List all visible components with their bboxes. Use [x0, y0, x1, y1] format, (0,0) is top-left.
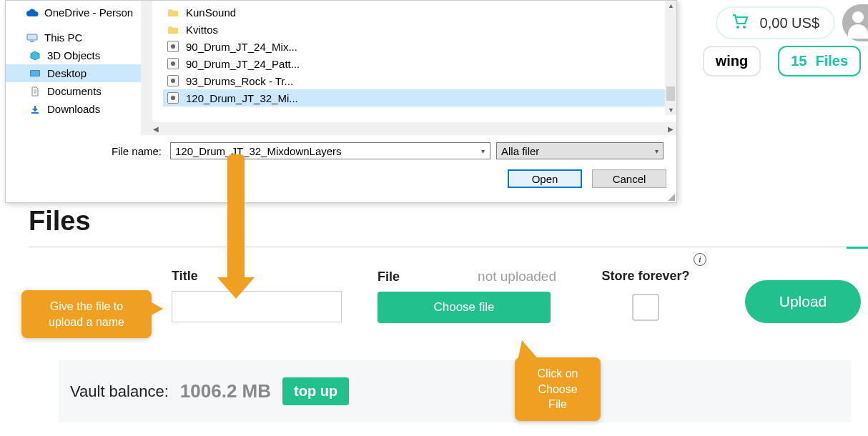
annotation-click-choose: Click on Choose File — [515, 357, 601, 421]
info-icon[interactable]: i — [694, 253, 706, 266]
document-icon — [29, 86, 41, 96]
file-name: 90_Drum_JT_24_Patt... — [186, 58, 300, 70]
tab-files[interactable]: 15 Files — [778, 46, 861, 76]
nav-desktop[interactable]: Desktop — [6, 64, 149, 82]
nav-label: Downloads — [47, 103, 100, 115]
file-row-folder[interactable]: Kvittos — [163, 21, 676, 38]
cube-icon — [29, 51, 41, 61]
files-label: Files — [815, 53, 848, 69]
vault-balance-box: Vault balance: 1006.2 MB top up — [59, 360, 851, 422]
filename-input[interactable] — [171, 145, 475, 157]
divider-accent — [847, 247, 868, 249]
file-label: File — [378, 269, 400, 284]
annotation-text: Click on — [538, 367, 578, 380]
filetype-value: Alla filer — [501, 145, 539, 157]
file-list-pane: KunSound Kvittos 90_Drum_JT_24_Mix... 90… — [150, 1, 676, 135]
annotation-text: Choose File — [538, 383, 577, 411]
folder-icon — [166, 23, 180, 36]
page-title: Files — [29, 206, 861, 237]
tab-partial-label: wing — [716, 53, 749, 69]
monitor-icon — [26, 33, 39, 43]
audio-file-icon — [166, 40, 180, 53]
cart-icon — [731, 14, 749, 32]
annotation-text: upload a name — [49, 316, 124, 328]
file-list-vscrollbar[interactable]: ▲ ▼ — [665, 1, 676, 115]
nav-3d-objects[interactable]: 3D Objects — [6, 46, 149, 64]
upload-status: not uploaded — [478, 269, 556, 284]
cart-total: 0,00 US$ — [760, 15, 819, 31]
scroll-right-icon: ▶ — [668, 125, 674, 133]
nav-downloads[interactable]: Downloads — [6, 100, 149, 118]
filename-label: File name: — [14, 145, 164, 157]
filetype-select[interactable]: Alla filer ▾ — [496, 142, 664, 159]
divider — [29, 247, 861, 247]
nav-label: This PC — [44, 31, 82, 44]
files-count: 15 — [791, 53, 807, 69]
file-row-folder[interactable]: KunSound — [163, 4, 676, 21]
nav-label: 3D Objects — [47, 49, 100, 61]
resize-grip[interactable] — [666, 192, 675, 201]
navigation-pane: OneDrive - Person This PC 3D Objects Des… — [6, 1, 150, 135]
file-row-audio[interactable]: 90_Drum_JT_24_Patt... — [163, 55, 676, 72]
choose-file-button[interactable]: Choose file — [378, 292, 551, 323]
vault-balance-value: 1006.2 MB — [180, 380, 271, 402]
file-list-hscrollbar[interactable]: ◀ ▶ — [150, 122, 676, 135]
audio-file-icon — [166, 57, 180, 70]
nav-label: Desktop — [47, 67, 87, 79]
annotation-give-name: Give the file to upload a name — [21, 290, 152, 338]
topup-button[interactable]: top up — [282, 377, 349, 405]
cart-pill[interactable]: 0,00 US$ — [716, 6, 835, 39]
store-forever-checkbox[interactable] — [632, 294, 659, 321]
file-row-audio[interactable]: 93_Drums_Rock - Tr... — [163, 72, 676, 89]
chevron-down-icon: ▾ — [655, 147, 659, 155]
audio-file-icon — [166, 91, 180, 104]
nav-documents[interactable]: Documents — [6, 82, 149, 100]
svg-point-0 — [736, 26, 739, 29]
store-forever-label: Store forever? — [601, 269, 689, 284]
open-button[interactable]: Open — [508, 169, 582, 188]
file-name: 90_Drum_JT_24_Mix... — [186, 41, 297, 53]
folder-icon — [166, 6, 180, 19]
scroll-left-icon: ◀ — [153, 125, 159, 133]
filename-combo[interactable]: ▾ — [170, 142, 490, 159]
nav-label: OneDrive - Person — [44, 6, 133, 19]
title-label: Title — [172, 269, 342, 284]
download-icon — [29, 104, 41, 114]
file-name: 120_Drum_JT_32_Mi... — [186, 92, 298, 104]
file-name: KunSound — [186, 6, 236, 19]
annotation-arrow — [227, 154, 255, 299]
avatar[interactable] — [842, 4, 868, 41]
svg-rect-2 — [27, 34, 37, 40]
file-name: Kvittos — [186, 24, 218, 36]
tab-partial[interactable]: wing — [703, 46, 761, 76]
desktop-icon — [29, 69, 41, 79]
file-row-audio-selected[interactable]: 120_Drum_JT_32_Mi... — [163, 89, 676, 106]
cancel-button[interactable]: Cancel — [592, 169, 666, 188]
nav-onedrive[interactable]: OneDrive - Person — [6, 4, 149, 21]
title-input[interactable] — [172, 291, 342, 322]
svg-rect-3 — [30, 41, 34, 42]
nav-label: Documents — [47, 85, 102, 97]
annotation-text: Give the file to — [50, 300, 123, 312]
upload-button[interactable]: Upload — [745, 280, 861, 323]
svg-point-1 — [743, 26, 746, 29]
chevron-down-icon[interactable]: ▾ — [475, 147, 490, 155]
nav-this-pc[interactable]: This PC — [6, 29, 149, 46]
vault-balance-label: Vault balance: — [70, 382, 169, 401]
file-open-dialog: OneDrive - Person This PC 3D Objects Des… — [5, 0, 677, 203]
audio-file-icon — [166, 74, 180, 87]
cloud-icon — [26, 8, 39, 18]
file-name: 93_Drums_Rock - Tr... — [186, 75, 293, 87]
svg-rect-5 — [31, 71, 39, 76]
file-row-audio[interactable]: 90_Drum_JT_24_Mix... — [163, 38, 676, 55]
